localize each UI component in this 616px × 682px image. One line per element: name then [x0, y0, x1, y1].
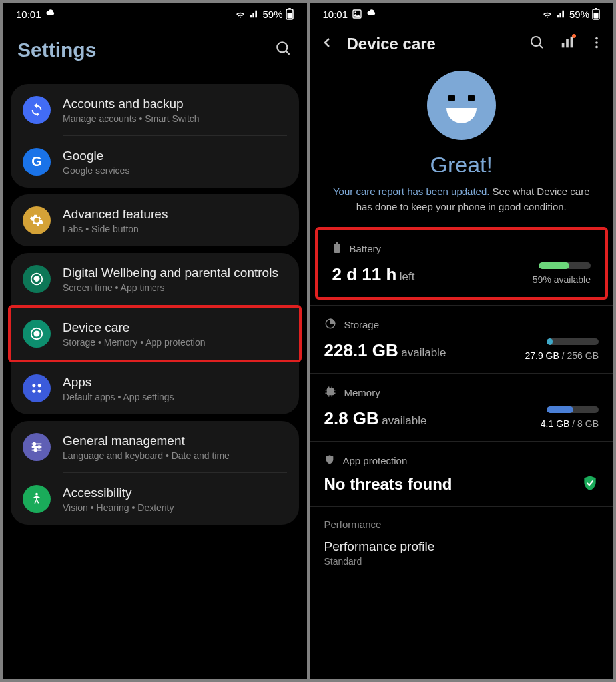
svg-point-33 [595, 46, 598, 49]
svg-rect-44 [334, 390, 335, 391]
heart-icon [23, 265, 51, 293]
setting-device-care[interactable]: Device careStorage • Memory • App protec… [11, 308, 299, 360]
apps-icon [23, 374, 51, 402]
svg-point-12 [32, 390, 35, 393]
memory-bar [547, 406, 599, 413]
device-care-screen: 10:01 59% Device care [310, 3, 614, 679]
device-status-hero: Great! Your care report has been updated… [310, 65, 614, 225]
svg-point-31 [595, 37, 598, 40]
battery-highlight: Battery 2 d 11 h left 59% available [315, 227, 609, 300]
signal-icon [249, 9, 260, 19]
svg-rect-35 [336, 242, 338, 244]
search-button[interactable] [529, 35, 545, 53]
status-title: Great! [323, 152, 601, 178]
memory-icon [324, 386, 336, 400]
setting-title: General management [63, 434, 287, 448]
accessibility-icon [23, 485, 51, 513]
weather-icon [45, 8, 57, 20]
svg-point-32 [595, 41, 598, 44]
page-title: Device care [347, 35, 518, 53]
device-care-header: Device care [310, 25, 614, 65]
shield-check-icon [581, 474, 599, 494]
battery-card[interactable]: Battery 2 d 11 h left 59% available [318, 230, 606, 297]
svg-rect-34 [334, 244, 340, 253]
memory-card[interactable]: Memory 2.8 GB available 4.1 GB / 8 GB [310, 374, 614, 442]
gear-icon [23, 206, 51, 234]
setting-title: Accounts and backup [63, 97, 287, 111]
storage-card[interactable]: Storage 228.1 GB available 27.9 GB / 256… [310, 305, 614, 374]
sliders-icon [23, 433, 51, 461]
setting-subtitle: Default apps • App settings [63, 392, 287, 402]
svg-rect-40 [328, 395, 330, 396]
battery-available: 59% available [533, 274, 591, 285]
setting-title: Device care [63, 320, 287, 335]
memory-available: 2.8 GB [324, 408, 379, 428]
svg-rect-39 [331, 387, 332, 388]
status-time: 10:01 [323, 9, 348, 20]
performance-profile-title: Performance profile [324, 539, 599, 554]
svg-point-17 [33, 443, 36, 446]
setting-advanced-features[interactable]: Advanced featuresLabs • Side button [11, 194, 299, 246]
svg-rect-42 [325, 390, 326, 391]
svg-rect-41 [331, 395, 332, 396]
setting-accounts-and-backup[interactable]: Accounts and backupManage accounts • Sma… [11, 84, 299, 136]
more-button[interactable] [589, 35, 604, 53]
setting-general-management[interactable]: General managementLanguage and keyboard … [11, 421, 299, 473]
care-report-link[interactable]: Your care report has been updated. [333, 186, 489, 197]
status-time: 10:01 [16, 9, 41, 20]
memory-usage: 4.1 GB / 8 GB [541, 418, 599, 429]
back-button[interactable] [319, 35, 335, 53]
svg-rect-37 [326, 388, 334, 396]
shield-icon [324, 454, 335, 468]
battery-icon [332, 242, 342, 256]
setting-subtitle: Language and keyboard • Date and time [63, 450, 287, 461]
battery-percent: 59% [262, 9, 282, 20]
app-protection-card[interactable]: App protection No threats found [310, 442, 614, 507]
history-button[interactable] [560, 35, 575, 53]
storage-available: 228.1 GB [324, 340, 398, 360]
sync-icon [23, 96, 51, 124]
performance-profile-row[interactable]: Performance profile Standard [310, 534, 614, 579]
battery-icon [592, 8, 600, 20]
setting-digital-wellbeing-and-parental-controls[interactable]: Digital Wellbeing and parental controlsS… [11, 253, 299, 305]
svg-rect-25 [595, 8, 597, 9]
wifi-icon [541, 8, 553, 20]
svg-point-3 [277, 42, 287, 52]
search-button[interactable] [275, 40, 292, 60]
storage-usage: 27.9 GB / 256 GB [525, 350, 599, 361]
setting-apps[interactable]: AppsDefault apps • App settings [11, 362, 299, 414]
setting-subtitle: Google services [63, 165, 287, 176]
memory-label: Memory [344, 387, 380, 398]
smiley-icon [427, 71, 496, 140]
setting-subtitle: Labs • Side button [63, 224, 287, 234]
svg-rect-43 [325, 393, 326, 394]
wifi-icon [234, 8, 246, 20]
svg-rect-45 [334, 393, 335, 394]
setting-title: Digital Wellbeing and parental controls [63, 266, 287, 280]
image-icon [352, 9, 362, 19]
svg-point-18 [38, 446, 41, 448]
settings-header: Settings [3, 25, 307, 77]
settings-screen: 10:01 59% Settings Accounts and backupMa… [3, 3, 307, 679]
page-title: Settings [17, 39, 96, 61]
svg-point-22 [354, 11, 356, 13]
svg-rect-30 [571, 37, 573, 48]
setting-accessibility[interactable]: AccessibilityVision • Hearing • Dexterit… [11, 473, 299, 525]
storage-label: Storage [344, 319, 380, 330]
svg-rect-29 [566, 39, 569, 48]
storage-icon [324, 318, 336, 332]
svg-point-26 [531, 37, 541, 46]
battery-percent: 59% [569, 9, 589, 20]
storage-bar [547, 338, 599, 345]
battery-time: 2 d 11 h [332, 264, 397, 284]
battery-label: Battery [350, 243, 382, 254]
svg-rect-28 [562, 43, 565, 47]
svg-text:G: G [31, 154, 42, 169]
svg-line-4 [286, 51, 289, 54]
signal-icon [556, 9, 567, 19]
setting-google[interactable]: GGoogleGoogle services [11, 136, 299, 188]
battery-bar [539, 262, 591, 269]
svg-rect-2 [288, 8, 291, 9]
setting-subtitle: Screen time • App timers [63, 282, 287, 293]
status-bar: 10:01 59% [310, 3, 614, 25]
